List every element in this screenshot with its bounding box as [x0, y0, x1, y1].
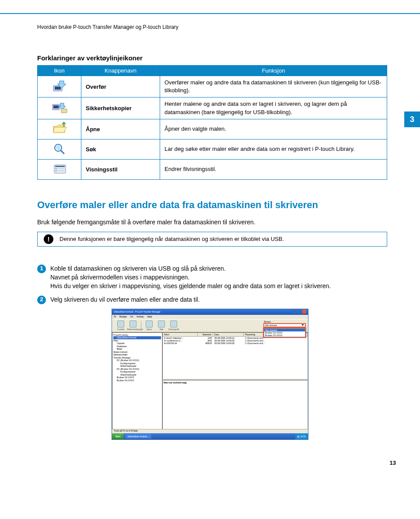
window-titlebar: Uklassifisert innhold - P-touch Transfer…: [112, 309, 308, 315]
section-intro: Bruk følgende fremgangsmåte til å overfø…: [37, 219, 394, 226]
search-icon: [51, 142, 68, 155]
printer-label: Skriver:: [264, 320, 305, 323]
menu-item[interactable]: Rediger: [119, 315, 127, 318]
folder-tree[interactable]: P-touch Library Uklassifisert innhold Fi…: [112, 332, 162, 429]
open-folder-icon: [51, 122, 68, 135]
display-style-icon: [51, 162, 68, 175]
row-name: Visningsstil: [81, 159, 160, 179]
taskbar: Start Uklassifisert innhold ... ◧ 10:51: [112, 433, 308, 439]
tree-item[interactable]: Brother XX-XXXX: [113, 379, 161, 382]
list-header[interactable]: Navn: [163, 333, 198, 336]
toolbar-icon-table: Ikon Knappenavn Funksjon Overfør: [37, 65, 387, 180]
th-icon: Ikon: [38, 66, 81, 76]
chapter-tab: 3: [404, 111, 420, 127]
row-func: Lar deg søke etter maler eller andre dat…: [160, 139, 387, 159]
tray-icon[interactable]: ◧: [298, 435, 300, 438]
list-header[interactable]: Dato: [213, 333, 244, 336]
step-bullet-1: 1: [37, 265, 46, 273]
step-1-line-1: Koble til datamaskinen og skriveren via …: [50, 265, 226, 272]
svg-rect-11: [58, 168, 65, 169]
row-name: Sikkerhetskopier: [81, 98, 160, 119]
menu-bar: Fil Rediger Vis Verktøy Hjelp: [112, 315, 308, 319]
backup-icon: [51, 101, 68, 114]
window-title: Uklassifisert innhold - P-touch Transfer…: [114, 310, 161, 313]
row-func: Overfører maler og andre data fra datama…: [160, 76, 387, 98]
toolbar: Overfør Sikkerhetskopier Åpne Søk Visnin…: [112, 319, 308, 332]
close-icon[interactable]: [302, 310, 306, 313]
step-1-line-3: Hvis du velger en skriver i mappevisning…: [50, 282, 331, 289]
minimize-icon[interactable]: [292, 310, 296, 313]
svg-point-6: [56, 146, 60, 150]
svg-line-7: [61, 150, 64, 153]
menu-item[interactable]: Vis: [130, 315, 133, 318]
menu-item[interactable]: Fil: [114, 315, 116, 318]
table-row: Sikkerhetskopier Henter malene og andre …: [38, 98, 387, 119]
row-name: Åpne: [81, 119, 160, 139]
menu-item[interactable]: Verktøy: [136, 315, 144, 318]
th-func: Funksjon: [160, 66, 387, 76]
svg-rect-13: [58, 170, 65, 171]
row-func: Endrer filvisningsstil.: [160, 159, 387, 179]
th-name: Knappenavn: [81, 66, 160, 76]
row-name: Overfør: [81, 76, 160, 98]
note-box: ! Denne funksjonen er bare tilgjengelig …: [37, 232, 387, 247]
step-1-line-2: Navnet på skrivermodellen vises i mappev…: [50, 274, 189, 281]
printer-select[interactable]: Alle skrivere: [264, 324, 305, 327]
clock: 10:51: [300, 435, 306, 438]
toolbar-transfer-button[interactable]: Overfør: [115, 320, 127, 331]
toolbar-view-button[interactable]: Visningsstil: [168, 320, 180, 331]
breadcrumb: Hvordan bruke P-touch Transfer Manager o…: [37, 24, 394, 30]
step-1: 1 Koble til datamaskinen og skriveren vi…: [37, 264, 394, 291]
menu-item[interactable]: Hjelp: [147, 315, 152, 318]
app-screenshot: Uklassifisert innhold - P-touch Transfer…: [112, 309, 308, 440]
step-bullet-2: 2: [37, 296, 46, 304]
table-title: Forklaringer av verktøylinjeikoner: [37, 54, 394, 62]
page: Hvordan bruke P-touch Transfer Manager o…: [0, 0, 420, 475]
chevron-down-icon: [301, 324, 304, 326]
step-2-text: Velg skriveren du vil overføre malen ell…: [50, 295, 200, 304]
toolbar-search-button[interactable]: Søk: [155, 320, 168, 331]
toolbar-open-button[interactable]: Åpne: [143, 320, 155, 331]
taskbar-item[interactable]: Uklassifisert innhold ...: [125, 434, 151, 439]
maximize-icon[interactable]: [298, 310, 301, 313]
svg-rect-4: [61, 109, 67, 113]
row-name: Søk: [81, 139, 160, 159]
table-row: Overfør Overfører maler og andre data fr…: [38, 76, 387, 98]
note-text: Denne funksjonen er bare tilgjengelig nå…: [60, 236, 284, 242]
printer-option[interactable]: Brother XX-XXXX: [264, 334, 305, 337]
table-row: Åpne Åpner den valgte malen.: [38, 119, 387, 139]
status-bar: Trykk på F1 for å få hjelp: [112, 429, 308, 433]
section-heading: Overføre maler eller andre data fra data…: [37, 199, 394, 211]
window-buttons: [292, 310, 306, 314]
important-icon: !: [44, 234, 53, 244]
list-item[interactable]: E+ID970A.lbl485KB09.08.2006 14:09:28C:\D…: [163, 342, 308, 345]
list-header[interactable]: Størrelse: [198, 333, 213, 336]
file-list[interactable]: Navn Størrelse Dato Plassering 4-strech …: [162, 332, 308, 380]
start-button[interactable]: Start: [112, 433, 124, 439]
svg-rect-3: [53, 105, 59, 108]
step-2: 2 Velg skriveren du vil overføre malen e…: [37, 295, 394, 304]
table-row: Søk Lar deg søke etter maler eller andre…: [38, 139, 387, 159]
svg-rect-10: [55, 168, 57, 169]
preview-pane: Ikke noe innhold valgt.: [162, 380, 308, 429]
system-tray: ◧ 10:51: [295, 433, 308, 439]
svg-rect-12: [55, 170, 57, 171]
table-row: Visningsstil Endrer filvisningsstil.: [38, 159, 387, 179]
transfer-icon: [51, 80, 68, 93]
svg-rect-9: [55, 166, 65, 167]
toolbar-backup-button[interactable]: Sikkerhetskopier: [127, 320, 139, 331]
svg-rect-1: [55, 87, 61, 90]
row-func: Åpner den valgte malen.: [160, 119, 387, 139]
page-number: 13: [390, 460, 396, 466]
row-func: Henter malene og andre data som er lagre…: [160, 98, 387, 119]
